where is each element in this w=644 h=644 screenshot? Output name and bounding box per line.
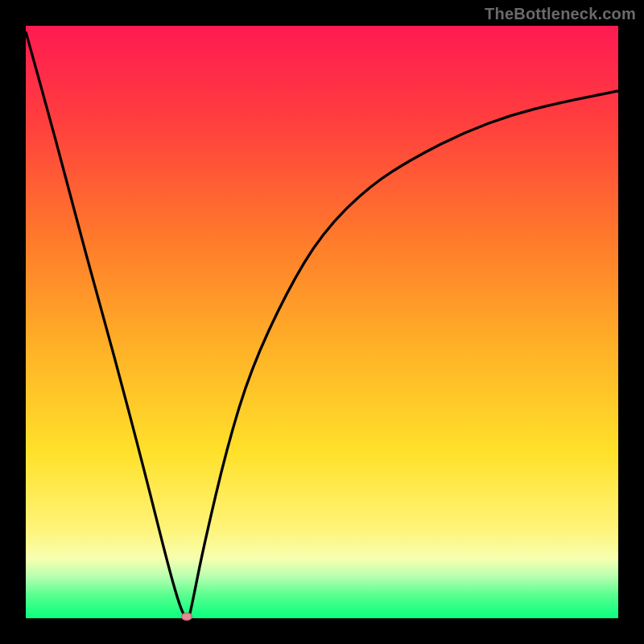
curve-layer	[26, 26, 618, 618]
chart-stage: TheBottleneck.com	[0, 0, 644, 644]
bottleneck-curve-path	[26, 31, 618, 618]
plot-area	[26, 26, 618, 618]
attribution-label: TheBottleneck.com	[485, 5, 636, 23]
